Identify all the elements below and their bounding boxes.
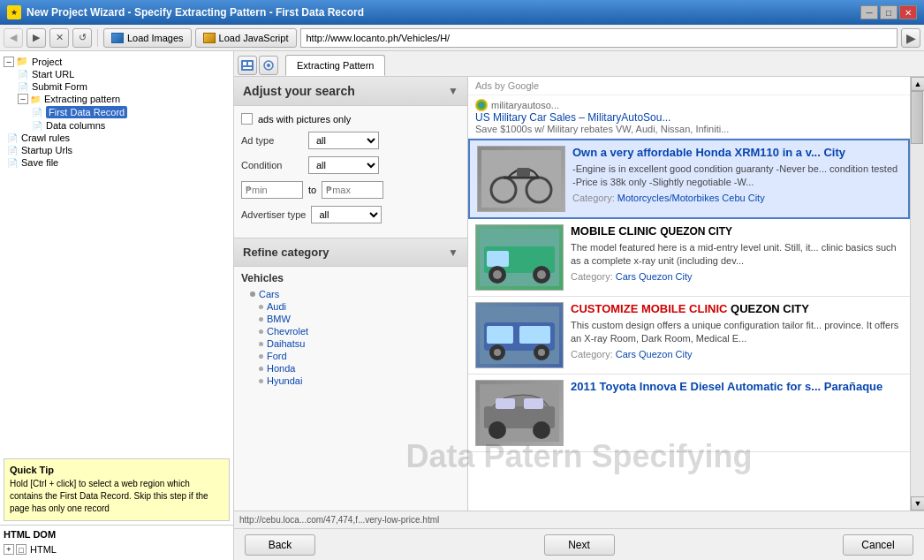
back-nav-button[interactable]: ◀ [4, 28, 23, 48]
html-checkbox[interactable]: □ [16, 544, 27, 555]
cancel-button[interactable]: Cancel [843, 534, 913, 556]
url-input[interactable] [300, 28, 898, 48]
cat-sub-item-hyundai[interactable]: Hyundai [241, 375, 460, 387]
pictures-only-row: ads with pictures only [241, 113, 460, 125]
pictures-only-checkbox[interactable] [241, 113, 253, 125]
svg-rect-10 [517, 168, 530, 177]
listing-title-2[interactable]: MOBILE CLINIC QUEZON CITY [571, 224, 903, 239]
tree-item-start-url[interactable]: 📄 Start URL [4, 68, 230, 80]
listing-thumb-1 [477, 146, 565, 212]
tab-icon-group [238, 56, 278, 75]
html-dom-root-label: HTML [30, 544, 57, 555]
cat-sub-item-ford[interactable]: Ford [241, 350, 460, 362]
tab-bar: Extracting Pattern [234, 51, 924, 77]
listing-title-4[interactable]: 2011 Toyota Innova E Diesel Automatic fo… [571, 380, 903, 395]
refresh-nav-button[interactable]: ↺ [72, 28, 92, 48]
listing-info-4: 2011 Toyota Innova E Diesel Automatic fo… [571, 380, 903, 446]
hyundai-link[interactable]: Hyundai [267, 375, 302, 386]
price-max-input[interactable] [322, 181, 383, 199]
audi-link[interactable]: Audi [267, 301, 286, 312]
scroll-up-arrow[interactable]: ▲ [911, 77, 924, 91]
honda-dot [259, 367, 263, 371]
tab-icon-btn-2[interactable] [259, 56, 278, 75]
listing-info-2: MOBILE CLINIC QUEZON CITY The model feat… [571, 224, 903, 291]
tree-item-data-columns[interactable]: 📄 Data columns [4, 119, 230, 132]
go-button[interactable]: ▶ [901, 28, 920, 48]
listing-cat-link-3[interactable]: Cars Quezon City [616, 349, 693, 359]
chevrolet-dot [259, 329, 263, 334]
tree-item-project[interactable]: – 📁 Project [4, 55, 230, 68]
tree-item-first-data-record[interactable]: 📄 First Data Record [4, 105, 230, 119]
bmw-dot [259, 317, 263, 322]
listing-item-1[interactable]: Own a very affordable Honda XRM110 in a … [468, 139, 910, 219]
listing-item-2[interactable]: MOBILE CLINIC QUEZON CITY The model feat… [468, 219, 910, 297]
tab-extracting-pattern-label: Extracting Pattern [297, 60, 374, 71]
listing-desc-2: The model featured here is a mid-entry l… [571, 241, 903, 269]
advertiser-type-select[interactable]: all [311, 206, 382, 223]
ad-title-military[interactable]: US Military Car Sales – MilitaryAutoSou.… [475, 111, 903, 124]
cars-link[interactable]: Cars [259, 289, 279, 299]
price-min-input[interactable] [241, 181, 303, 199]
maximize-button[interactable]: □ [880, 5, 897, 19]
ford-link[interactable]: Ford [267, 351, 287, 361]
vertical-scrollbar[interactable]: ▲ ▼ [910, 77, 924, 511]
daihatsu-link[interactable]: Daihatsu [267, 338, 305, 349]
cat-sub-item-chevrolet[interactable]: Chevrolet [241, 325, 460, 337]
chevrolet-link[interactable]: Chevrolet [267, 326, 308, 337]
adjust-search-title: Adjust your search [243, 84, 355, 98]
price-row: to [241, 181, 460, 199]
cat-sub-item-daihatsu[interactable]: Daihatsu [241, 337, 460, 350]
expand-project-icon[interactable]: – [4, 57, 14, 67]
scroll-track[interactable] [911, 91, 924, 496]
cat-sub-item-honda[interactable]: Honda [241, 362, 460, 375]
listing-cat-link-1[interactable]: Motorcycles/Motorbikes Cebu City [617, 193, 765, 203]
next-button[interactable]: Next [544, 534, 615, 556]
ad-type-select[interactable]: all [308, 132, 379, 149]
listing-item-4[interactable]: 2011 Toyota Innova E Diesel Automatic fo… [468, 375, 910, 452]
listing-cat-1: Category: Motorcycles/Motorbikes Cebu Ci… [572, 193, 901, 203]
status-bar: http://cebu.loca...com/47,474,f...very-l… [234, 511, 924, 528]
tree-item-submit-form[interactable]: 📄 Submit Form [4, 80, 230, 93]
expand-html-icon[interactable]: + [4, 544, 14, 555]
listing-title-3[interactable]: CUSTOMIZE MOBILE CLINIC QUEZON CITY [571, 302, 903, 317]
forward-nav-button[interactable]: ▶ [27, 28, 46, 48]
cat-item-cars[interactable]: Cars [241, 288, 460, 300]
data-columns-label: Data columns [46, 120, 105, 131]
scroll-thumb[interactable] [911, 91, 923, 144]
bmw-link[interactable]: BMW [267, 314, 291, 324]
expand-extracting-icon[interactable]: – [18, 94, 28, 104]
tab-extracting-pattern[interactable]: Extracting Pattern [285, 55, 385, 76]
load-javascript-button[interactable]: Load JavaScript [195, 28, 297, 48]
html-dom-tree-root[interactable]: + □ HTML [4, 542, 230, 556]
minimize-button[interactable]: ─ [860, 5, 878, 19]
condition-label: Condition [241, 160, 303, 170]
load-images-button[interactable]: Load Images [103, 28, 192, 48]
tree-item-startup-urls[interactable]: 📄 Startup Urls [4, 144, 230, 156]
project-label: Project [32, 57, 62, 67]
tab-icon-btn-1[interactable] [238, 56, 257, 75]
bottom-bar: Back Next Cancel [234, 528, 924, 560]
svg-rect-21 [519, 326, 550, 344]
svg-rect-3 [243, 67, 252, 69]
condition-select[interactable]: all [308, 156, 379, 174]
status-url: http://cebu.loca...com/47,474,f...very-l… [239, 515, 439, 525]
refine-category-header[interactable]: Refine category ▼ [234, 238, 467, 267]
tree-item-save-file[interactable]: 📄 Save file [4, 156, 230, 169]
listing-item-3[interactable]: CUSTOMIZE MOBILE CLINIC QUEZON CITY This… [468, 297, 910, 375]
adjust-search-header[interactable]: Adjust your search ▼ [234, 77, 467, 106]
back-button[interactable]: Back [245, 534, 315, 556]
listing-info-3: CUSTOMIZE MOBILE CLINIC QUEZON CITY This… [571, 302, 903, 368]
honda-link[interactable]: Honda [267, 363, 295, 374]
tree-item-crawl-rules[interactable]: 📄 Crawl rules [4, 132, 230, 144]
ford-dot [259, 354, 263, 359]
scroll-down-arrow[interactable]: ▼ [911, 496, 924, 511]
daihatsu-dot [259, 342, 263, 346]
close-button[interactable]: ✕ [899, 5, 917, 19]
listing-title-1[interactable]: Own a very affordable Honda XRM110 in a … [572, 146, 901, 161]
cat-sub-item-audi[interactable]: Audi [241, 300, 460, 313]
cat-sub-item-bmw[interactable]: BMW [241, 313, 460, 325]
stop-nav-button[interactable]: ✕ [49, 28, 69, 48]
audi-dot [259, 305, 263, 309]
tree-item-extracting-pattern[interactable]: – 📁 Extracting pattern [4, 93, 230, 105]
listing-cat-link-2[interactable]: Cars Quezon City [616, 271, 693, 282]
